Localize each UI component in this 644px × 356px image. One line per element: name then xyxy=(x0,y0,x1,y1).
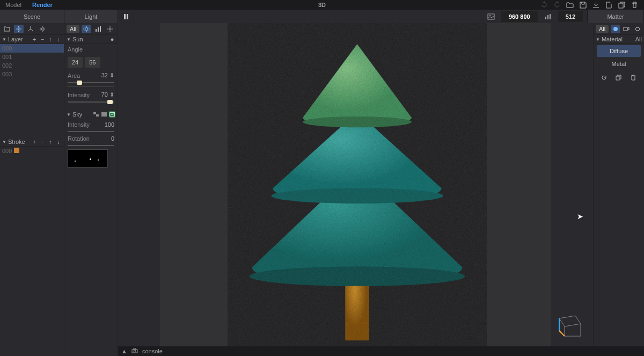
stroke-down-icon[interactable]: ↓ xyxy=(55,139,62,145)
copy-icon[interactable] xyxy=(617,1,626,9)
material-metal[interactable]: Metal xyxy=(597,58,641,70)
scene-gear-icon[interactable] xyxy=(38,25,47,33)
svg-rect-5 xyxy=(545,17,546,19)
layer-remove-icon[interactable]: − xyxy=(39,36,46,42)
console-camera-icon[interactable] xyxy=(131,348,138,354)
redo-icon[interactable] xyxy=(553,1,561,9)
light-gear-icon[interactable] xyxy=(105,25,115,33)
scene-folder-icon[interactable] xyxy=(2,25,12,33)
light-all-button[interactable]: All xyxy=(67,25,79,33)
svg-rect-14 xyxy=(93,112,96,114)
layer-item[interactable]: 003 xyxy=(0,70,64,78)
light-panel: All ▼Sun● Angle 24 56 Area32 ⇕ Intensity… xyxy=(64,23,118,356)
image-icon[interactable] xyxy=(486,12,496,21)
save-icon[interactable] xyxy=(579,1,587,9)
svg-rect-12 xyxy=(100,26,101,32)
new-file-icon[interactable] xyxy=(604,1,613,9)
sun-angle-a-input[interactable]: 24 xyxy=(68,57,83,68)
panel-tab-light[interactable]: Light xyxy=(64,10,118,23)
matter-panel: All ▼MaterialAll Diffuse Metal xyxy=(593,23,644,356)
sky-gradient-icon[interactable] xyxy=(101,111,107,118)
svg-rect-16 xyxy=(101,112,107,117)
top-tab-bar: Model Render 3D xyxy=(0,0,644,10)
material-copy-icon[interactable] xyxy=(616,74,622,81)
svg-rect-11 xyxy=(98,27,99,32)
bars-icon[interactable] xyxy=(543,12,553,21)
sun-angle-b-input[interactable]: 56 xyxy=(85,57,100,68)
panel-tab-scene[interactable]: Scene xyxy=(0,10,64,23)
sun-dot-icon[interactable]: ● xyxy=(109,36,115,42)
material-delete-icon[interactable] xyxy=(630,74,636,81)
layer-item[interactable]: 000 xyxy=(0,44,64,53)
tab-model[interactable]: Model xyxy=(0,1,27,9)
matter-all-button[interactable]: All xyxy=(596,25,609,33)
stroke-remove-icon[interactable]: − xyxy=(39,139,46,145)
undo-icon[interactable] xyxy=(540,1,548,9)
samples-display[interactable]: 512 xyxy=(558,11,583,22)
stroke-up-icon[interactable]: ↑ xyxy=(47,139,54,145)
render-pause-button[interactable] xyxy=(118,10,134,23)
svg-point-21 xyxy=(303,117,412,127)
sun-angle-label: Angle xyxy=(68,46,114,53)
matter-sphere-icon[interactable] xyxy=(611,25,620,33)
sun-intensity-label: Intensity xyxy=(68,92,99,98)
svg-point-9 xyxy=(85,27,88,30)
mouse-cursor: ➤ xyxy=(577,212,583,221)
svg-rect-7 xyxy=(550,14,551,19)
stroke-section-header[interactable]: ▼Stroke + − ↑ ↓ xyxy=(0,137,64,147)
svg-point-8 xyxy=(41,28,43,30)
resolution-display[interactable]: 960 800 xyxy=(501,11,538,22)
console-bar: ▲ console xyxy=(118,346,644,356)
scene-move-icon[interactable] xyxy=(14,25,24,33)
layer-add-icon[interactable]: + xyxy=(31,36,38,42)
svg-rect-2 xyxy=(127,14,128,19)
sun-section-header[interactable]: ▼Sun● xyxy=(64,35,118,44)
console-label: console xyxy=(142,348,163,354)
layer-down-icon[interactable]: ↓ xyxy=(55,36,62,42)
material-diffuse[interactable]: Diffuse xyxy=(597,45,641,57)
sun-intensity-value[interactable]: 70 ⇕ xyxy=(101,91,114,98)
stroke-add-icon[interactable]: + xyxy=(31,139,38,145)
delete-icon[interactable] xyxy=(630,1,639,9)
sun-area-value[interactable]: 32 ⇕ xyxy=(101,72,114,79)
svg-rect-15 xyxy=(96,114,99,117)
sky-picture-icon[interactable] xyxy=(109,111,115,118)
svg-rect-10 xyxy=(96,29,97,32)
view-mode-label: 3D xyxy=(318,2,326,8)
svg-point-4 xyxy=(489,15,491,16)
sky-rotation-slider[interactable] xyxy=(68,145,114,146)
orientation-gizmo[interactable] xyxy=(553,310,585,337)
light-bars-icon[interactable] xyxy=(93,25,103,33)
viewport[interactable]: ➤ Pers Free Orth Iso xyxy=(118,23,593,356)
sky-intensity-slider[interactable] xyxy=(68,131,114,132)
svg-point-27 xyxy=(134,350,136,352)
sun-intensity-slider[interactable] xyxy=(68,101,114,103)
svg-rect-17 xyxy=(110,113,115,117)
matter-loop-icon[interactable] xyxy=(633,25,642,33)
layer-item[interactable]: 001 xyxy=(0,53,64,61)
folder-icon[interactable] xyxy=(566,1,574,9)
scene-axis-icon[interactable] xyxy=(26,25,35,33)
download-icon[interactable] xyxy=(591,1,600,9)
panel-tab-matter[interactable]: Matter xyxy=(588,10,644,23)
stroke-item[interactable]: 000 xyxy=(0,147,64,155)
render-canvas xyxy=(160,23,551,348)
sky-hdri-preview[interactable] xyxy=(68,149,108,168)
layer-item[interactable]: 002 xyxy=(0,61,64,70)
layer-up-icon[interactable]: ↑ xyxy=(47,36,54,42)
light-sun-icon[interactable] xyxy=(82,25,91,33)
sky-rotation-value[interactable]: 0 xyxy=(111,135,114,142)
console-up-icon[interactable]: ▲ xyxy=(121,348,127,354)
sky-checker-icon[interactable] xyxy=(93,111,99,118)
scene-panel: ▼Layer + − ↑ ↓ 000001002003 ▼Stroke + − … xyxy=(0,23,64,356)
material-refresh-icon[interactable] xyxy=(601,74,608,81)
sun-area-slider[interactable] xyxy=(68,82,114,83)
sky-intensity-value[interactable]: 100 xyxy=(105,121,114,128)
tab-render[interactable]: Render xyxy=(27,1,58,9)
svg-rect-6 xyxy=(547,15,548,19)
sky-section-header[interactable]: ▼Sky xyxy=(64,110,118,119)
layer-section-header[interactable]: ▼Layer + − ↑ ↓ xyxy=(0,35,64,44)
material-section-header[interactable]: ▼MaterialAll xyxy=(594,35,644,44)
svg-rect-1 xyxy=(124,14,126,19)
matter-camera-icon[interactable] xyxy=(622,25,631,33)
